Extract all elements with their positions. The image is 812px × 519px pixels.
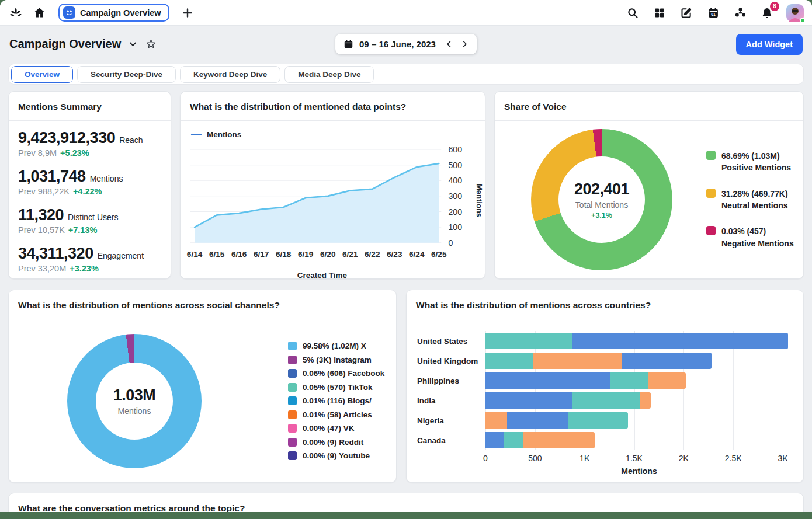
metric-previous: Prev 10,57K+7.13% xyxy=(18,225,161,235)
add-widget-button[interactable]: Add Widget xyxy=(736,34,803,55)
bar-row-united-states xyxy=(485,331,793,351)
legend-item-reddit[interactable]: 0.00% (9) Reddit xyxy=(288,438,384,447)
mentions-summary-card: Mentions Summary 9,423,912,330ReachPrev … xyxy=(8,91,171,279)
brand-logo-icon[interactable] xyxy=(8,5,23,20)
metric-label: Reach xyxy=(119,135,143,145)
favorite-star-icon[interactable] xyxy=(144,37,157,52)
metric-label: Mentions xyxy=(90,174,123,183)
legend-item-x[interactable]: 99.58% (1.02M) X xyxy=(288,342,384,350)
widget-title: Mentions Summary xyxy=(18,102,102,112)
conversation-metrics-card: What are the conversation metrics around… xyxy=(8,493,804,512)
metric-mentions: 1,031,748MentionsPrev 988,22K+4.22% xyxy=(18,168,161,196)
svg-text:6/14: 6/14 xyxy=(187,250,203,259)
legend-swatch-icon xyxy=(288,369,297,378)
audience-network-icon[interactable] xyxy=(733,5,748,20)
bar-segment-teal xyxy=(610,372,648,389)
online-status-dot xyxy=(800,18,806,23)
bar-segment-teal xyxy=(485,353,533,369)
legend-label: 5% (3K) Instagram xyxy=(303,356,372,364)
mentions-summary-metrics: 9,423,912,330ReachPrev 8,9M+5.23%1,031,7… xyxy=(9,121,171,279)
country-label: Canada xyxy=(417,430,485,450)
metric-previous: Prev 8,9M+5.23% xyxy=(18,148,161,158)
svg-text:600: 600 xyxy=(448,145,462,154)
search-icon[interactable] xyxy=(625,5,640,20)
legend-label: 0.00% (9) Youtube xyxy=(303,451,370,460)
legend-item-mentions[interactable]: Mentions xyxy=(186,128,241,145)
legend-swatch-icon xyxy=(706,189,716,198)
metric-delta: +5.23% xyxy=(60,148,89,158)
metric-value: 34,311,320 xyxy=(18,245,93,263)
dashboard-switcher-chevron-down-icon[interactable] xyxy=(127,37,138,52)
metric-reach: 9,423,912,330ReachPrev 8,9M+5.23% xyxy=(18,129,161,158)
legend-item-articles[interactable]: 0.01% (58) Articles xyxy=(288,410,384,419)
countries-distribution-card: What is the distribution of mentions acr… xyxy=(406,290,804,483)
view-tab-media-deep-dive[interactable]: Media Deep Dive xyxy=(284,66,374,83)
country-label: United Kingdom xyxy=(417,351,485,371)
mentions-trend-card: What is the distribution of mentioned da… xyxy=(180,91,485,279)
legend-item-negative-mentions[interactable]: 0.03% (457)Negative Mentions xyxy=(706,225,794,249)
legend-item-vk[interactable]: 0.00% (47) VK xyxy=(288,424,384,433)
y-axis-title: Mentions xyxy=(475,184,484,217)
legend-swatch-icon xyxy=(288,396,297,405)
user-avatar[interactable] xyxy=(786,4,804,22)
bar-row-canada xyxy=(485,430,793,450)
legend-item-instagram[interactable]: 5% (3K) Instagram xyxy=(288,356,384,364)
legend-item-neutral-mentions[interactable]: 31.28% (469.77K)Neutral Mentions xyxy=(706,188,794,212)
legend-percent: 68.69% (1.03M) xyxy=(721,150,791,162)
home-icon[interactable] xyxy=(32,5,47,20)
svg-text:6/20: 6/20 xyxy=(320,250,336,259)
svg-text:6/16: 6/16 xyxy=(231,250,247,259)
bar-segment-teal xyxy=(485,333,572,349)
svg-text:6/19: 6/19 xyxy=(298,250,314,259)
mentions-trend-chart: Mentions 01002003004005006006/146/156/16… xyxy=(181,121,485,279)
x-tick: 1K xyxy=(579,454,589,463)
view-tab-keyword-deep-dive[interactable]: Keyword Deep Dive xyxy=(180,66,280,83)
apps-grid-icon[interactable] xyxy=(652,5,667,20)
legend-label: Neutral Mentions xyxy=(721,200,788,211)
svg-text:300: 300 xyxy=(448,191,462,201)
new-tab-plus-icon[interactable] xyxy=(180,5,195,20)
dashboard-tabs-bar: OverviewSecurity Deep-DiveKeyword Deep D… xyxy=(8,64,804,85)
legend-item-youtube[interactable]: 0.00% (9) Youtube xyxy=(288,451,384,460)
x-tick: 500 xyxy=(528,454,542,463)
legend-label: 0.06% (606) Facebook xyxy=(303,369,384,378)
open-tab-campaign-overview[interactable]: Campaign Overview xyxy=(58,4,169,22)
notifications-bell-icon[interactable]: 8 xyxy=(759,5,775,20)
legend-item-positive-mentions[interactable]: 68.69% (1.03M)Positive Mentions xyxy=(706,150,794,174)
country-label: India xyxy=(417,391,485,410)
metric-engagement: 34,311,320EngagementPrev 33,20M+3.23% xyxy=(18,245,161,273)
countries-chart: United StatesUnited KingdomPhilippinesIn… xyxy=(407,319,803,476)
legend-label: 99.58% (1.02M) X xyxy=(303,342,366,350)
bar-segment-teal xyxy=(504,432,523,448)
svg-text:6/17: 6/17 xyxy=(254,250,269,259)
bar-segment-orange xyxy=(640,392,651,409)
x-axis-title: Created Time xyxy=(180,271,481,279)
metric-previous: Prev 988,22K+4.22% xyxy=(18,187,161,196)
dashboard-tab-icon xyxy=(63,6,75,19)
date-next-chevron-icon[interactable] xyxy=(461,40,469,48)
date-range-text: 09 – 16 June, 2023 xyxy=(359,39,436,49)
country-labels: United StatesUnited KingdomPhilippinesIn… xyxy=(417,331,485,465)
x-axis-ticks: 05001K1.5K2K2.5K3K xyxy=(485,450,793,465)
date-calendar-icon xyxy=(343,39,353,49)
tab-title: Campaign Overview xyxy=(80,8,161,18)
calendar-icon[interactable]: 01 xyxy=(706,5,721,20)
legend-label: 0.05% (570) TikTok xyxy=(303,383,373,392)
x-tick: 0 xyxy=(483,454,488,463)
legend-swatch-icon xyxy=(288,342,297,350)
view-tab-security-deep-dive[interactable]: Security Deep-Dive xyxy=(77,66,176,83)
view-tab-overview[interactable]: Overview xyxy=(11,66,73,83)
legend-swatch-icon xyxy=(288,424,297,433)
widget-title: What is the distribution of mentioned da… xyxy=(190,102,406,112)
bar-row-nigeria xyxy=(485,410,793,430)
date-prev-chevron-icon[interactable] xyxy=(445,40,453,48)
legend-item-facebook[interactable]: 0.06% (606) Facebook xyxy=(288,369,384,378)
total-mentions-value: 202,401 xyxy=(574,180,629,198)
svg-text:6/15: 6/15 xyxy=(209,250,225,259)
legend-item-tiktok[interactable]: 0.05% (570) TikTok xyxy=(288,383,384,392)
legend-item-blogs-[interactable]: 0.01% (116) Blogs/ xyxy=(288,396,384,405)
svg-text:6/25: 6/25 xyxy=(431,250,447,259)
svg-text:100: 100 xyxy=(448,222,462,232)
date-range-picker[interactable]: 09 – 16 June, 2023 xyxy=(335,34,477,54)
compose-icon[interactable] xyxy=(679,5,694,20)
